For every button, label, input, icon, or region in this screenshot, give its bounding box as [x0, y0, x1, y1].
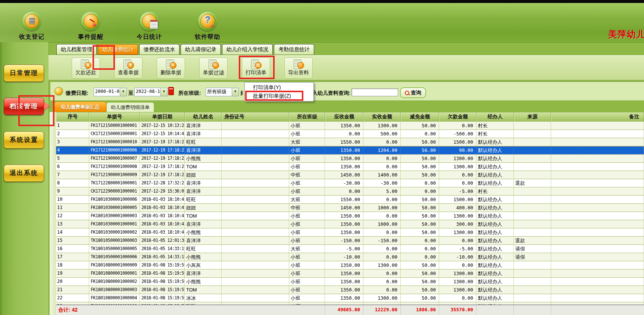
menu-item-batch-print-receipts[interactable]: 批量打印单据(Z)	[245, 92, 313, 100]
toolbar-button-view-receipt[interactable]: ¥ 查看单据	[114, 57, 143, 79]
column-header[interactable]: 单据日期	[140, 112, 185, 122]
column-header[interactable]: 来源	[514, 112, 551, 122]
column-header[interactable]: 应收金额	[325, 112, 363, 122]
column-header[interactable]: 经办人	[476, 112, 514, 122]
table-cell	[551, 245, 644, 253]
table-cell: 50.00	[401, 269, 439, 278]
table-cell: 12	[56, 212, 89, 220]
column-header[interactable]: 减免金额	[401, 112, 439, 122]
tab-attendance-statistics[interactable]: 考勤信息统计	[274, 44, 314, 55]
sidebar-item-daily-management[interactable]: 日常管理	[4, 65, 44, 82]
toolbar-button-print-list[interactable]: ▤ 打印清单	[242, 57, 270, 79]
quick-button-help[interactable]: ? 软件帮助	[190, 12, 225, 41]
table-row[interactable]: 22FK180108000010000042018-01-08 15:19:59…	[56, 294, 644, 302]
table-row[interactable]: 6FK171219000010000082017-12-19 17:18:22T…	[56, 163, 644, 171]
table-cell: 1350.00	[325, 163, 363, 171]
column-header[interactable]: 幼儿姓名	[185, 112, 222, 122]
table-row[interactable]: 7FK171219000010000092017-12-19 17:18:22妞…	[56, 171, 644, 179]
table-cell: 大班	[289, 138, 325, 146]
table-row[interactable]: 8TK171228000010000012017-12-28 17:32:21喜…	[56, 179, 644, 187]
column-header[interactable]: 备注	[551, 112, 644, 122]
table-cell: 1300.00	[439, 269, 476, 278]
table-row[interactable]: 5FK171219000010000072017-12-19 17:18:22小…	[56, 155, 644, 163]
table-row[interactable]: 21FK180108000010000032018-01-08 15:19:59…	[56, 286, 644, 294]
table-row[interactable]: 1FK171215000010000012017-12-15 10:13:24喜…	[56, 122, 644, 130]
table-row[interactable]: 18FK180108000010000092018-01-08 15:19:59…	[56, 261, 644, 269]
table-cell: 6	[56, 163, 89, 171]
menu-item-print-list[interactable]: 打印清单(Y)	[245, 83, 313, 92]
table-cell: 退款	[514, 237, 551, 245]
tab-leave-records[interactable]: 幼儿请假记录	[181, 44, 221, 55]
table-cell: 村长	[476, 122, 514, 130]
table-row[interactable]: 15TK180105000010000032018-01-05 12:01:36…	[56, 237, 644, 245]
quick-button-income-expense[interactable]: 收支登记	[14, 12, 50, 41]
table-row[interactable]: 12FK180103000010000032018-01-03 18:10:41…	[56, 212, 644, 220]
sidebar-item-exit-system[interactable]: 退出系统	[4, 165, 44, 182]
quick-button-today-stats[interactable]: 今日统计	[131, 12, 167, 41]
table-row[interactable]: 13FK180103000010000012018-01-03 18:10:41…	[56, 220, 644, 228]
table-cell: 冰冰	[185, 294, 222, 302]
column-header[interactable]: 所在班级	[289, 112, 325, 122]
search-icon	[405, 91, 409, 95]
table-row[interactable]: 3FK171219000010000102017-12-19 17:18:22旺…	[56, 138, 644, 146]
table-row[interactable]: 2CK171215000010000012017-12-15 10:14:43喜…	[56, 130, 644, 138]
table-cell	[514, 204, 551, 212]
table-cell: 默认经办人	[476, 163, 514, 171]
chevron-down-icon[interactable]: ▼	[120, 88, 126, 96]
table-cell: 小班	[289, 253, 325, 261]
column-header[interactable]: 实收金额	[363, 112, 401, 122]
range-to-label: 至	[128, 90, 134, 97]
table-row[interactable]: 4FK171219000010000062017-12-19 17:18:22喜…	[56, 146, 644, 155]
table-cell	[222, 179, 289, 187]
table-cell: 旺旺	[185, 138, 222, 146]
table-row[interactable]: 11FK180103000010000052018-01-03 18:10:41…	[56, 204, 644, 212]
table-row[interactable]: 9CK171229000010000012017-12-29 15:36:02喜…	[56, 187, 644, 196]
table-cell: 2017-12-19 17:18:22	[140, 155, 185, 163]
toolbar-button-repay-debt[interactable]: $ 欠款还款	[72, 57, 100, 79]
subtab-receipt-summary[interactable]: 幼儿缴费单据汇总	[54, 102, 106, 113]
column-header[interactable]: 序号	[56, 112, 89, 122]
sidebar-item-archives-management[interactable]: 档案管理	[4, 98, 44, 115]
table-cell: 0.00	[363, 245, 401, 253]
tab-repayment-flow[interactable]: 缴费还款流水	[139, 44, 179, 55]
table-cell: FK18010300001000002	[89, 228, 140, 237]
table-row[interactable]: 17TK180105000010000062018-01-05 14:33:19…	[56, 253, 644, 261]
toolbar-button-export-data[interactable]: → 导出资料	[284, 57, 313, 79]
column-header[interactable]: 单据号	[89, 112, 140, 122]
table-cell: 1000.00	[363, 204, 401, 212]
table-cell: 0.00	[439, 294, 476, 302]
table-cell	[551, 269, 644, 278]
table-row[interactable]: 23FK180109000010000012018-01-09 15:19:59…	[56, 302, 644, 305]
date-from-picker[interactable]: 2000-01-01 ▼	[94, 88, 127, 96]
class-filter-label: 所在班级:	[178, 90, 201, 97]
table-row[interactable]: 19FK180108000010000012018-01-08 15:19:59…	[56, 269, 644, 278]
table-row[interactable]: 16TK180105000010000052018-01-05 14:33:19…	[56, 245, 644, 253]
chevron-down-icon[interactable]: ▼	[232, 88, 238, 96]
table-cell: FK17121900001000008	[89, 163, 140, 171]
tab-child-archives[interactable]: 幼儿档案管理	[56, 44, 97, 55]
table-cell: CK17122900001000001	[89, 187, 140, 196]
column-header[interactable]: 欠款金额	[439, 112, 476, 122]
table-cell	[222, 196, 289, 204]
search-input[interactable]	[351, 88, 398, 96]
column-header[interactable]: 身份证号	[222, 112, 289, 122]
subtab-receipt-detail[interactable]: 幼儿缴费明细清单	[106, 102, 154, 113]
class-select[interactable]: 所有班级 ▼	[206, 88, 239, 96]
table-row[interactable]: 20FK180108000010000022018-01-08 15:19:59…	[56, 278, 644, 286]
tab-referral-enrollment[interactable]: 幼儿介绍入学情况	[222, 44, 273, 55]
chevron-down-icon[interactable]: ▼	[160, 88, 167, 96]
header-band: 收支登记 事件提醒 今日统计 ? 软件帮助 美萍幼儿	[0, 3, 644, 43]
table-cell: TK17122800001000001	[89, 179, 140, 187]
toolbar-button-delete-receipt[interactable]: × 删除单据	[157, 57, 185, 79]
sidebar-item-system-settings[interactable]: 系统设置	[4, 131, 44, 149]
date-to-picker[interactable]: 2022-08-16 ▼	[134, 88, 168, 96]
query-button[interactable]: 查询	[400, 87, 426, 98]
tab-payment-statistics[interactable]: 幼儿缴费统计	[98, 44, 138, 55]
quick-button-event-reminder[interactable]: 事件提醒	[73, 12, 109, 41]
table-row[interactable]: 10FK180103000010000062018-01-03 18:10:41…	[56, 196, 644, 204]
table-cell: 0.00	[325, 130, 363, 138]
red-bookmark-icon[interactable]	[168, 87, 174, 95]
toolbar-button-filter-receipt[interactable]: ≈ 单据过滤	[199, 57, 228, 79]
table-cell: 1300.00	[439, 163, 476, 171]
table-row[interactable]: 14FK180103000010000022018-01-03 18:10:41…	[56, 228, 644, 237]
